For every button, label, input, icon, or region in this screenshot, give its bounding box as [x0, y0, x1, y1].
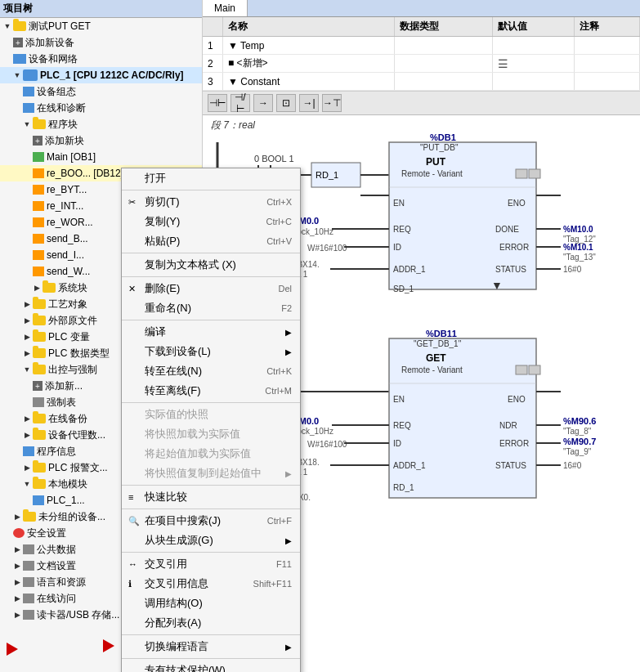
menu-item-call-structure[interactable]: 调用结构(O) [122, 594, 300, 613]
menu-item-search-project[interactable]: 🔍 在项目中搜索(J) Ctrl+F [122, 511, 300, 531]
sidebar-item-label: send_B... [47, 233, 88, 244]
sidebar-item-label: 添加新块 [45, 134, 84, 148]
svg-text:16#0: 16#0 [563, 461, 582, 470]
plus-icon: + [33, 381, 43, 391]
menu-item-gen-source[interactable]: 从块生成源(G) ▶ [122, 531, 300, 550]
sidebar-item-label: 测试PUT GET [29, 20, 91, 34]
sidebar-item-online-diag[interactable]: 在线和诊断 [0, 100, 202, 116]
menu-item-label: 在项目中搜索(J) [145, 513, 221, 528]
sidebar-item-label: send_I... [47, 249, 84, 261]
svg-text:RD_1: RD_1 [316, 170, 338, 180]
menu-item-label: 复制(Y) [145, 214, 180, 229]
menu-item-cross-ref[interactable]: ↔ 交叉引用 F11 [122, 554, 300, 574]
svg-text:DONE: DONE [495, 225, 519, 234]
menu-item-label: 从块生成源(G) [145, 533, 213, 548]
folder-icon [33, 463, 46, 473]
menu-item-label: 实际值的快照 [145, 407, 208, 422]
sidebar-item-device-network[interactable]: 设备和网络 [0, 51, 202, 67]
svg-text:16#0: 16#0 [563, 265, 582, 274]
menu-shortcut: Ctrl+C [266, 217, 292, 226]
folder-icon [33, 365, 46, 374]
menu-item-go-online[interactable]: 转至在线(N) Ctrl+K [122, 361, 300, 381]
sidebar-item-main-ob1[interactable]: Main [OB1] [0, 149, 202, 165]
sidebar-item-label: 在线和诊断 [37, 101, 86, 115]
svg-text:ERROR: ERROR [499, 439, 529, 448]
sidebar-item-root[interactable]: ▼ 测试PUT GET [0, 18, 202, 34]
sidebar-item-label: 程序块 [48, 118, 78, 132]
sidebar-item-label: 程序信息 [37, 445, 76, 459]
expand-icon: ▶ [23, 300, 31, 308]
svg-text:STATUS: STATUS [495, 265, 526, 274]
toolbar-btn-nc[interactable]: ⊣⊢ [208, 94, 227, 112]
sidebar-item-add-device[interactable]: + 添加新设备 [0, 34, 202, 51]
sidebar-item-label: 公共数据 [37, 543, 76, 557]
toolbar-btn-no[interactable]: ⊣/⊢ [230, 94, 250, 112]
svg-text:%M90.6: %M90.6 [563, 416, 596, 426]
expand-icon: ▼ [3, 22, 11, 30]
sidebar-item-label: re_INT... [47, 200, 83, 212]
row-name: ■ <新增> [223, 55, 395, 72]
menu-item-quick-compare[interactable]: ≡ 快速比较 [122, 487, 300, 507]
svg-text:"Tag_8": "Tag_8" [563, 427, 592, 436]
menu-item-label: 调用结构(O) [145, 596, 203, 611]
svg-text:W#16#100: W#16#100 [307, 244, 347, 253]
menu-separator [122, 552, 300, 553]
menu-item-cut[interactable]: ✂ 剪切(T) Ctrl+X [122, 192, 300, 212]
sidebar-item-label: re_BYT... [47, 184, 87, 195]
svg-rect-15 [529, 169, 540, 178]
row-default: ☰ [493, 55, 575, 72]
col-header-default: 默认值 [493, 17, 575, 36]
menu-item-ip-protection[interactable]: 专有技术保护(W) [122, 661, 300, 672]
menu-item-switch-lang[interactable]: 切换编程语言 ▶ [122, 637, 300, 656]
row-default [493, 37, 575, 54]
sidebar-item-label: 文档设置 [37, 559, 76, 573]
svg-text:"Tag_9": "Tag_9" [563, 447, 592, 456]
svg-text:ID: ID [393, 243, 401, 252]
menu-item-copy[interactable]: 复制(Y) Ctrl+C [122, 212, 300, 231]
toolbar-btn-box[interactable]: ⊡ [276, 94, 296, 112]
main-container: 项目树 ▼ 测试PUT GET + 添加新设备 设备和网络 ▼ PLC_1 [C… [0, 0, 640, 672]
delete-icon: ✕ [128, 284, 136, 294]
svg-text:Remote  -  Variant: Remote - Variant [401, 365, 463, 374]
svg-text:SD_1: SD_1 [393, 284, 414, 293]
expand-icon: ▶ [13, 578, 21, 586]
toolbar-btn-coil[interactable]: → [253, 94, 273, 112]
sidebar-item-label: PLC 数据类型 [48, 347, 110, 361]
sidebar-item-program-blocks[interactable]: ▼ 程序块 [0, 116, 202, 132]
expand-icon: ▶ [23, 333, 31, 341]
row-num: 2 [203, 55, 223, 72]
col-header-name: 名称 [223, 17, 395, 36]
red-arrow-indicator [0, 643, 18, 656]
svg-text:▼: ▼ [491, 279, 503, 292]
menu-separator [122, 485, 300, 486]
cut-icon: ✂ [128, 197, 136, 208]
folder-icon [13, 21, 26, 31]
sidebar-item-label: 在线备份 [48, 412, 87, 426]
sidebar-item-device-config[interactable]: 设备组态 [0, 83, 202, 100]
menu-item-go-offline[interactable]: 转至离线(F) Ctrl+M [122, 381, 300, 401]
menu-separator [122, 276, 300, 277]
submenu-arrow-icon: ▶ [285, 328, 292, 337]
expand-icon: ▼ [13, 71, 21, 79]
svg-text:REQ: REQ [393, 225, 411, 234]
expand-icon: ▶ [33, 284, 41, 292]
menu-item-alloc-list[interactable]: 分配列表(A) [122, 613, 300, 633]
menu-item-paste[interactable]: 粘贴(P) Ctrl+V [122, 231, 300, 251]
menu-item-rename[interactable]: 重命名(N) F2 [122, 298, 300, 318]
menu-item-cross-ref-info[interactable]: ℹ 交叉引用信息 Shift+F11 [122, 574, 300, 594]
menu-item-copy-text[interactable]: 复制为文本格式 (X) [122, 255, 300, 275]
sidebar-title-text: 项目树 [3, 2, 33, 16]
sidebar-item-plc1[interactable]: ▼ PLC_1 [CPU 1212C AC/DC/Rly] [0, 67, 202, 83]
menu-shortcut: Ctrl+F [267, 516, 292, 526]
main-tab[interactable]: Main [203, 0, 248, 16]
menu-item-open[interactable]: 打开 [122, 168, 300, 188]
toolbar-btn-open-branch[interactable]: →| [299, 94, 319, 112]
col-header-type: 数据类型 [395, 17, 493, 36]
menu-item-delete[interactable]: ✕ 删除(E) Del [122, 279, 300, 298]
menu-item-download[interactable]: 下载到设备(L) ▶ [122, 342, 300, 361]
svg-text:ID: ID [393, 439, 401, 448]
compare-icon: ≡ [128, 492, 133, 502]
toolbar-btn-close-branch[interactable]: →⊤ [322, 94, 342, 112]
sidebar-item-add-block[interactable]: + 添加新块 [0, 132, 202, 149]
menu-item-compile[interactable]: 编译 ▶ [122, 322, 300, 342]
